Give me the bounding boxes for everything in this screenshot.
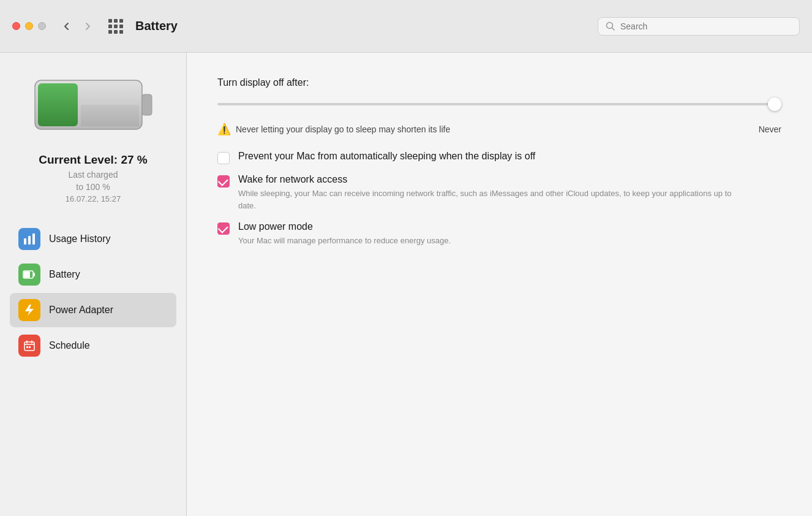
svg-rect-11 bbox=[33, 273, 35, 276]
maximize-button[interactable] bbox=[38, 22, 46, 30]
wake-network-checkbox[interactable] bbox=[217, 175, 230, 188]
svg-rect-6 bbox=[81, 83, 139, 105]
last-charged-line1: Last charged to 100 % bbox=[69, 169, 118, 193]
svg-rect-7 bbox=[24, 238, 26, 245]
search-input[interactable] bbox=[620, 21, 792, 31]
schedule-icon bbox=[18, 335, 40, 357]
main-content: Current Level: 27 % Last charged to 100 … bbox=[0, 53, 812, 516]
prevent-sleep-title: Prevent your Mac from automatically slee… bbox=[238, 151, 535, 162]
svg-rect-9 bbox=[32, 233, 35, 245]
titlebar: Battery bbox=[0, 0, 812, 53]
never-label: Never bbox=[759, 124, 781, 134]
power-adapter-label: Power Adapter bbox=[49, 305, 113, 316]
battery-nav-label: Battery bbox=[49, 269, 80, 280]
sidebar-item-battery[interactable]: Battery bbox=[10, 257, 176, 292]
grid-icon[interactable] bbox=[108, 19, 123, 34]
warning-icon: ⚠️ bbox=[217, 123, 231, 136]
wake-network-content: Wake for network access While sleeping, … bbox=[238, 174, 740, 211]
option-low-power: Low power mode Your Mac will manage perf… bbox=[217, 221, 781, 247]
low-power-checkbox-wrap[interactable] bbox=[217, 222, 230, 235]
sidebar: Current Level: 27 % Last charged to 100 … bbox=[0, 53, 187, 516]
low-power-title: Low power mode bbox=[238, 221, 451, 232]
low-power-checkbox[interactable] bbox=[217, 222, 230, 235]
nav-buttons bbox=[58, 18, 96, 35]
svg-rect-12 bbox=[24, 271, 30, 278]
prevent-sleep-checkbox[interactable] bbox=[217, 152, 230, 164]
forward-button[interactable] bbox=[79, 18, 96, 35]
content-panel: Turn display off after: ⚠️ Never letting… bbox=[187, 53, 812, 516]
display-off-label: Turn display off after: bbox=[217, 77, 781, 88]
sidebar-item-power-adapter[interactable]: Power Adapter bbox=[10, 293, 176, 327]
svg-marker-13 bbox=[25, 305, 34, 316]
wake-network-title: Wake for network access bbox=[238, 174, 740, 185]
back-button[interactable] bbox=[58, 18, 75, 35]
search-icon bbox=[606, 21, 615, 31]
sidebar-item-usage-history[interactable]: Usage History bbox=[10, 222, 176, 256]
wake-network-desc: While sleeping, your Mac can receive inc… bbox=[238, 188, 740, 211]
warning-text: Never letting your display go to sleep m… bbox=[236, 124, 450, 134]
power-adapter-icon bbox=[18, 299, 40, 321]
warning-line: ⚠️ Never letting your display go to slee… bbox=[217, 123, 781, 136]
warning-left: ⚠️ Never letting your display go to slee… bbox=[217, 123, 450, 136]
sidebar-nav: Usage History Battery bbox=[0, 222, 186, 363]
svg-rect-8 bbox=[28, 236, 31, 245]
battery-graphic bbox=[32, 71, 154, 141]
close-button[interactable] bbox=[12, 22, 20, 30]
display-slider-container bbox=[217, 98, 781, 113]
prevent-sleep-checkbox-wrap[interactable] bbox=[217, 152, 230, 164]
svg-line-1 bbox=[612, 28, 615, 30]
last-charged-date: 16.07.22, 15:27 bbox=[66, 194, 121, 203]
low-power-content: Low power mode Your Mac will manage perf… bbox=[238, 221, 451, 247]
option-prevent-sleep: Prevent your Mac from automatically slee… bbox=[217, 151, 781, 164]
usage-history-label: Usage History bbox=[49, 233, 110, 245]
option-wake-network: Wake for network access While sleeping, … bbox=[217, 174, 781, 211]
battery-icon bbox=[32, 71, 154, 138]
traffic-lights bbox=[12, 22, 46, 30]
svg-rect-18 bbox=[26, 346, 28, 348]
battery-level: Current Level: 27 % bbox=[39, 153, 147, 167]
display-off-slider[interactable] bbox=[217, 98, 781, 110]
prevent-sleep-content: Prevent your Mac from automatically slee… bbox=[238, 151, 535, 164]
svg-rect-4 bbox=[38, 83, 78, 126]
search-box bbox=[598, 17, 800, 36]
low-power-desc: Your Mac will manage performance to redu… bbox=[238, 235, 451, 247]
minimize-button[interactable] bbox=[25, 22, 33, 30]
battery-nav-icon bbox=[18, 264, 40, 286]
svg-rect-3 bbox=[142, 94, 152, 115]
wake-network-checkbox-wrap[interactable] bbox=[217, 175, 230, 188]
schedule-label: Schedule bbox=[49, 340, 90, 351]
svg-rect-19 bbox=[29, 346, 31, 348]
sidebar-item-schedule[interactable]: Schedule bbox=[10, 328, 176, 363]
page-title: Battery bbox=[135, 19, 178, 33]
usage-history-icon bbox=[18, 228, 40, 250]
